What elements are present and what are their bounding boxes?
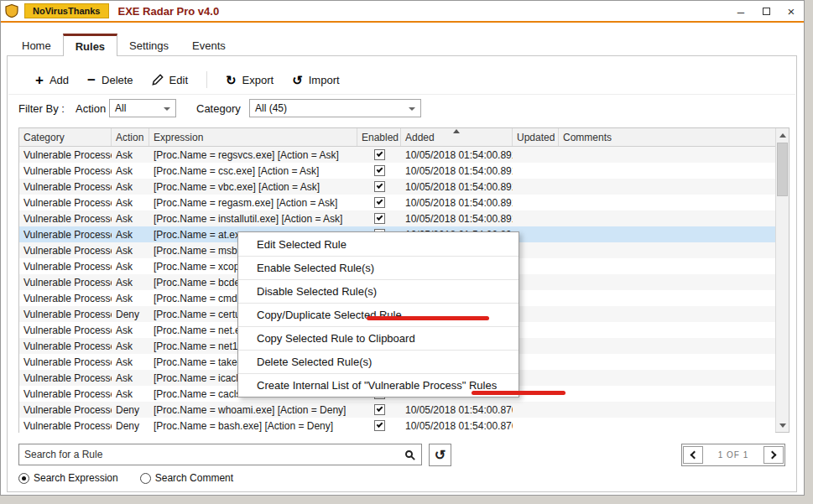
- cell-comments: [559, 258, 775, 274]
- cell-comments: [559, 210, 775, 226]
- add-button[interactable]: + Add: [35, 73, 69, 87]
- cell-added: 10/05/2018 01:54:00.891: [401, 163, 513, 179]
- context-menu-item[interactable]: Enable Selected Rule(s): [238, 256, 519, 279]
- context-menu-item[interactable]: Delete Selected Rule(s): [238, 350, 519, 373]
- import-button[interactable]: ↺ Import: [292, 74, 339, 86]
- column-header-comments[interactable]: Comments: [559, 128, 775, 146]
- action-filter-dropdown[interactable]: All: [109, 99, 176, 117]
- tab[interactable]: Settings: [117, 35, 180, 56]
- cell-comments: [559, 226, 775, 242]
- chevron-down-icon: [409, 107, 415, 114]
- scrollbar-thumb[interactable]: [777, 143, 788, 196]
- maximize-icon: [763, 8, 770, 15]
- category-filter-dropdown[interactable]: All (45): [249, 99, 421, 117]
- chevron-down-icon: [164, 107, 170, 114]
- column-header-added[interactable]: Added: [401, 128, 513, 146]
- category-filter-value: All (45): [255, 102, 287, 114]
- close-button[interactable]: ×: [779, 1, 804, 21]
- enabled-checkbox[interactable]: [374, 181, 385, 192]
- search-mode-option[interactable]: Search Comment: [140, 472, 233, 484]
- cell-updated: [513, 402, 559, 418]
- cell-comments: [559, 418, 775, 434]
- cell-category: Vulnerable Processes: [19, 338, 112, 354]
- enabled-checkbox[interactable]: [374, 197, 385, 208]
- cell-expression: [Proc.Name = vbc.exe] [Action = Ask]: [149, 179, 357, 195]
- window-controls: – ×: [728, 1, 804, 21]
- toolbar: + Add − Delete Edit ↻ Export ↺ Import: [35, 69, 340, 91]
- search-mode-option[interactable]: Search Expression: [18, 472, 118, 484]
- cell-category: Vulnerable Processes: [19, 402, 112, 418]
- cell-updated: [513, 226, 559, 242]
- next-page-button[interactable]: [763, 446, 784, 464]
- table-row[interactable]: Vulnerable Processes Ask [Proc.Name = re…: [19, 195, 775, 210]
- cell-updated: [513, 195, 559, 210]
- context-menu-item[interactable]: Copy/Duplicate Selected Rule: [238, 303, 519, 326]
- context-menu-item[interactable]: Copy Selected Rule to Clipboard: [238, 326, 519, 350]
- table-row[interactable]: Vulnerable Processes Ask [Proc.Name = re…: [19, 147, 775, 163]
- category-filter-label: Category: [196, 102, 241, 115]
- tab[interactable]: Events: [180, 35, 237, 56]
- cell-action: Ask: [112, 226, 149, 242]
- enabled-checkbox[interactable]: [374, 420, 385, 431]
- column-header-updated[interactable]: Updated: [513, 128, 559, 146]
- table-row[interactable]: Vulnerable Processes Deny [Proc.Name = w…: [19, 402, 775, 418]
- radio-button-icon[interactable]: [140, 473, 151, 484]
- radio-button-icon[interactable]: [18, 473, 29, 484]
- enabled-checkbox[interactable]: [374, 165, 385, 176]
- cell-updated: [513, 163, 559, 179]
- toolbar-divider: [8, 94, 795, 95]
- import-label: Import: [309, 74, 340, 86]
- cell-added: 10/05/2018 01:54:00.876: [401, 402, 513, 418]
- search-icon[interactable]: [405, 450, 413, 458]
- scroll-up-button[interactable]: [776, 128, 789, 142]
- scroll-down-button[interactable]: [776, 418, 789, 432]
- cell-action: Deny: [112, 402, 149, 418]
- enabled-checkbox[interactable]: [374, 404, 385, 415]
- vertical-scrollbar[interactable]: [775, 128, 789, 432]
- column-header-action[interactable]: Action: [112, 128, 149, 146]
- cell-updated: [513, 274, 559, 290]
- maximize-button[interactable]: [753, 1, 779, 21]
- tab[interactable]: Rules: [63, 34, 117, 56]
- minimize-button[interactable]: –: [728, 1, 753, 21]
- rule-search-input[interactable]: [19, 444, 405, 465]
- cell-comments: [559, 306, 775, 322]
- red-underline-annotation: [367, 316, 489, 320]
- tab-label: Settings: [129, 39, 169, 52]
- check-icon: [376, 421, 383, 428]
- pencil-icon: [152, 74, 164, 86]
- cell-action: Ask: [112, 210, 149, 226]
- cell-action: Ask: [112, 179, 149, 195]
- context-menu-item[interactable]: Disable Selected Rule(s): [238, 279, 519, 303]
- enabled-checkbox[interactable]: [374, 149, 385, 160]
- delete-button[interactable]: − Delete: [87, 73, 133, 87]
- cell-added: 10/05/2018 01:54:00.876: [401, 418, 513, 434]
- edit-button[interactable]: Edit: [152, 74, 188, 86]
- chevron-right-icon: [769, 451, 777, 460]
- table-row[interactable]: Vulnerable Processes Deny [Proc.Name = b…: [19, 418, 775, 434]
- chevron-left-icon: [691, 451, 699, 460]
- column-header-enabled[interactable]: Enabled: [357, 128, 401, 146]
- check-icon: [376, 182, 383, 189]
- previous-page-button[interactable]: [683, 446, 703, 464]
- tab[interactable]: Home: [10, 35, 63, 56]
- table-row[interactable]: Vulnerable Processes Ask [Proc.Name = vb…: [19, 179, 775, 195]
- export-button[interactable]: ↻ Export: [226, 74, 274, 86]
- action-filter-label: Action: [76, 102, 106, 115]
- table-header: Category Action Expression Enabled Added…: [19, 128, 775, 147]
- cell-expression: [Proc.Name = installutil.exe] [Action = …: [149, 210, 357, 226]
- search-history-button[interactable]: ↺: [429, 444, 451, 466]
- cell-comments: [559, 370, 775, 386]
- cell-category: Vulnerable Processes: [19, 354, 112, 370]
- titlebar: NoVirusThanks EXE Radar Pro v4.0 – ×: [1, 1, 804, 23]
- cell-comments: [559, 147, 775, 163]
- column-header-expression[interactable]: Expression: [149, 128, 357, 146]
- enabled-checkbox[interactable]: [374, 213, 385, 224]
- column-header-category[interactable]: Category: [19, 128, 112, 146]
- tab-label: Events: [192, 39, 226, 52]
- cell-category: Vulnerable Processes: [19, 274, 112, 290]
- context-menu-item[interactable]: Edit Selected Rule: [238, 232, 519, 256]
- table-row[interactable]: Vulnerable Processes Ask [Proc.Name = in…: [19, 210, 775, 226]
- table-row[interactable]: Vulnerable Processes Ask [Proc.Name = cs…: [19, 163, 775, 179]
- cell-category: Vulnerable Processes: [19, 386, 112, 402]
